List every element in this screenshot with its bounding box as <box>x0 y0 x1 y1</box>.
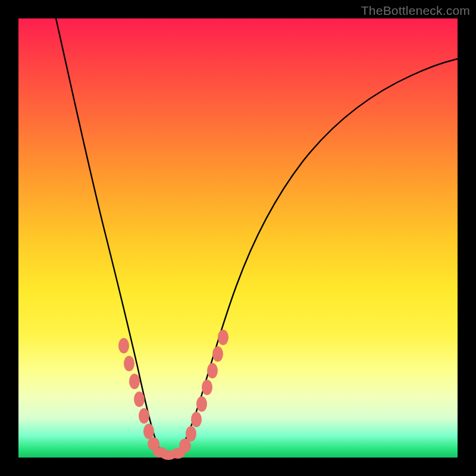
chart-frame: TheBottleneck.com <box>0 0 476 476</box>
svg-point-12 <box>191 412 202 427</box>
svg-point-15 <box>207 363 218 378</box>
svg-point-14 <box>202 380 212 395</box>
svg-point-1 <box>124 356 134 371</box>
plot-area <box>18 18 458 458</box>
svg-point-2 <box>129 374 140 389</box>
svg-point-13 <box>196 396 207 412</box>
svg-point-0 <box>118 338 129 353</box>
curve-path <box>56 18 458 456</box>
highlight-dots <box>118 330 228 460</box>
svg-point-4 <box>139 408 149 424</box>
svg-point-3 <box>134 392 145 407</box>
svg-point-17 <box>218 330 228 345</box>
watermark-text: TheBottleneck.com <box>361 4 470 18</box>
svg-point-11 <box>186 426 196 441</box>
bottleneck-curve <box>18 18 458 458</box>
svg-point-16 <box>212 346 223 362</box>
svg-point-5 <box>143 424 154 439</box>
